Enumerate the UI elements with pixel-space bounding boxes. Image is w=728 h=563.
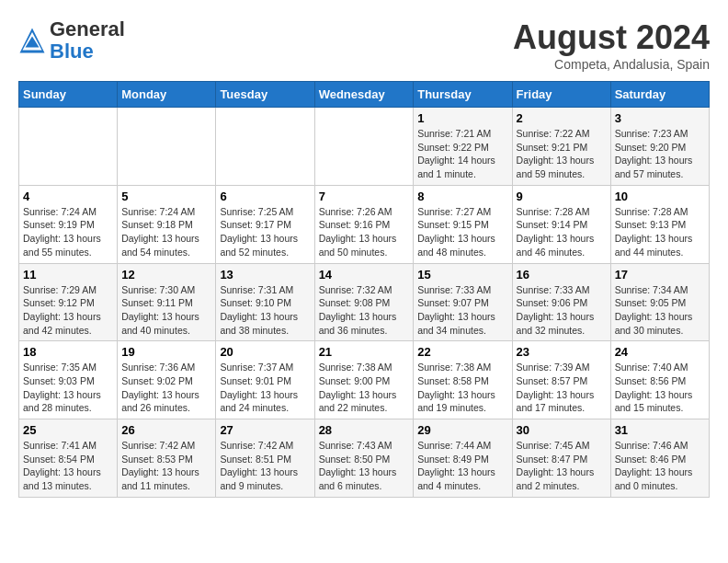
day-info: Sunrise: 7:42 AM Sunset: 8:51 PM Dayligh… — [220, 439, 310, 493]
calendar-week-row: 4Sunrise: 7:24 AM Sunset: 9:19 PM Daylig… — [19, 185, 710, 263]
day-number: 17 — [615, 268, 705, 282]
calendar-week-row: 11Sunrise: 7:29 AM Sunset: 9:12 PM Dayli… — [19, 263, 710, 341]
day-number: 4 — [23, 190, 113, 203]
day-info: Sunrise: 7:29 AM Sunset: 9:12 PM Dayligh… — [23, 283, 113, 338]
day-number: 30 — [517, 423, 607, 437]
calendar-day-12: 12Sunrise: 7:30 AM Sunset: 9:11 PM Dayli… — [118, 263, 216, 341]
calendar-day-13: 13Sunrise: 7:31 AM Sunset: 9:10 PM Dayli… — [216, 263, 314, 341]
day-info: Sunrise: 7:36 AM Sunset: 9:02 PM Dayligh… — [121, 361, 211, 415]
day-info: Sunrise: 7:38 AM Sunset: 8:58 PM Dayligh… — [417, 361, 507, 415]
day-info: Sunrise: 7:33 AM Sunset: 9:07 PM Dayligh… — [417, 283, 507, 338]
day-info: Sunrise: 7:21 AM Sunset: 9:22 PM Dayligh… — [417, 127, 507, 181]
day-number: 31 — [615, 423, 705, 437]
day-info: Sunrise: 7:24 AM Sunset: 9:18 PM Dayligh… — [121, 205, 211, 259]
calendar-day-23: 23Sunrise: 7:39 AM Sunset: 8:57 PM Dayli… — [512, 341, 610, 419]
day-info: Sunrise: 7:33 AM Sunset: 9:06 PM Dayligh… — [517, 283, 607, 338]
day-number: 29 — [417, 423, 507, 437]
calendar-day-1: 1Sunrise: 7:21 AM Sunset: 9:22 PM Daylig… — [414, 108, 512, 186]
calendar-body: 1Sunrise: 7:21 AM Sunset: 9:22 PM Daylig… — [19, 108, 710, 498]
weekday-header-thursday: Thursday — [414, 82, 512, 108]
weekday-header-tuesday: Tuesday — [216, 82, 314, 108]
day-number: 27 — [220, 423, 310, 437]
calendar-day-4: 4Sunrise: 7:24 AM Sunset: 9:19 PM Daylig… — [19, 185, 118, 263]
day-info: Sunrise: 7:43 AM Sunset: 8:50 PM Dayligh… — [319, 439, 410, 493]
day-number: 18 — [23, 345, 113, 359]
day-info: Sunrise: 7:40 AM Sunset: 8:56 PM Dayligh… — [615, 361, 705, 415]
calendar-day-10: 10Sunrise: 7:28 AM Sunset: 9:13 PM Dayli… — [610, 185, 709, 263]
day-number: 15 — [417, 268, 507, 282]
calendar-day-18: 18Sunrise: 7:35 AM Sunset: 9:03 PM Dayli… — [19, 341, 118, 419]
day-info: Sunrise: 7:22 AM Sunset: 9:21 PM Dayligh… — [517, 127, 607, 181]
calendar-day-3: 3Sunrise: 7:23 AM Sunset: 9:20 PM Daylig… — [610, 108, 709, 186]
title-block: August 2024 Competa, Andalusia, Spain — [513, 18, 710, 72]
calendar-day-9: 9Sunrise: 7:28 AM Sunset: 9:14 PM Daylig… — [512, 185, 610, 263]
logo: General Blue — [18, 18, 125, 63]
calendar-empty — [216, 108, 314, 186]
day-info: Sunrise: 7:32 AM Sunset: 9:08 PM Dayligh… — [319, 283, 410, 338]
day-number: 3 — [615, 111, 705, 125]
day-number: 16 — [517, 268, 607, 282]
day-info: Sunrise: 7:24 AM Sunset: 9:19 PM Dayligh… — [23, 205, 113, 259]
day-number: 11 — [23, 268, 113, 282]
calendar-day-2: 2Sunrise: 7:22 AM Sunset: 9:21 PM Daylig… — [512, 108, 610, 186]
calendar-week-row: 1Sunrise: 7:21 AM Sunset: 9:22 PM Daylig… — [19, 108, 710, 186]
day-number: 13 — [220, 268, 310, 282]
day-info: Sunrise: 7:42 AM Sunset: 8:53 PM Dayligh… — [121, 439, 211, 493]
calendar-day-24: 24Sunrise: 7:40 AM Sunset: 8:56 PM Dayli… — [610, 341, 709, 419]
calendar-day-20: 20Sunrise: 7:37 AM Sunset: 9:01 PM Dayli… — [216, 341, 314, 419]
calendar-day-17: 17Sunrise: 7:34 AM Sunset: 9:05 PM Dayli… — [610, 263, 709, 341]
weekday-header-sunday: Sunday — [19, 82, 118, 108]
calendar-week-row: 18Sunrise: 7:35 AM Sunset: 9:03 PM Dayli… — [19, 341, 710, 419]
calendar-day-14: 14Sunrise: 7:32 AM Sunset: 9:08 PM Dayli… — [314, 263, 414, 341]
calendar-day-21: 21Sunrise: 7:38 AM Sunset: 9:00 PM Dayli… — [314, 341, 414, 419]
day-number: 24 — [615, 345, 705, 359]
calendar-day-8: 8Sunrise: 7:27 AM Sunset: 9:15 PM Daylig… — [414, 185, 512, 263]
weekday-header-row: SundayMondayTuesdayWednesdayThursdayFrid… — [19, 82, 710, 108]
calendar-day-28: 28Sunrise: 7:43 AM Sunset: 8:50 PM Dayli… — [314, 419, 414, 498]
weekday-header-friday: Friday — [512, 82, 610, 108]
calendar-empty — [19, 108, 118, 186]
day-info: Sunrise: 7:28 AM Sunset: 9:14 PM Dayligh… — [517, 205, 607, 259]
logo-general-text: General — [50, 17, 125, 40]
month-year-title: August 2024 — [513, 18, 710, 57]
calendar-empty — [118, 108, 216, 186]
calendar-week-row: 25Sunrise: 7:41 AM Sunset: 8:54 PM Dayli… — [19, 419, 710, 498]
day-number: 12 — [121, 268, 211, 282]
calendar-day-6: 6Sunrise: 7:25 AM Sunset: 9:17 PM Daylig… — [216, 185, 314, 263]
day-info: Sunrise: 7:46 AM Sunset: 8:46 PM Dayligh… — [615, 439, 705, 493]
day-info: Sunrise: 7:35 AM Sunset: 9:03 PM Dayligh… — [23, 361, 113, 415]
calendar-day-19: 19Sunrise: 7:36 AM Sunset: 9:02 PM Dayli… — [118, 341, 216, 419]
day-number: 7 — [319, 190, 410, 203]
calendar-empty — [314, 108, 414, 186]
calendar-day-15: 15Sunrise: 7:33 AM Sunset: 9:07 PM Dayli… — [414, 263, 512, 341]
calendar-day-25: 25Sunrise: 7:41 AM Sunset: 8:54 PM Dayli… — [19, 419, 118, 498]
day-number: 10 — [615, 190, 705, 203]
day-info: Sunrise: 7:45 AM Sunset: 8:47 PM Dayligh… — [517, 439, 607, 493]
day-number: 20 — [220, 345, 310, 359]
day-number: 19 — [121, 345, 211, 359]
weekday-header-saturday: Saturday — [610, 82, 709, 108]
calendar-day-30: 30Sunrise: 7:45 AM Sunset: 8:47 PM Dayli… — [512, 419, 610, 498]
day-info: Sunrise: 7:26 AM Sunset: 9:16 PM Dayligh… — [319, 205, 410, 259]
weekday-header-wednesday: Wednesday — [314, 82, 414, 108]
day-number: 22 — [417, 345, 507, 359]
day-info: Sunrise: 7:28 AM Sunset: 9:13 PM Dayligh… — [615, 205, 705, 259]
calendar-day-16: 16Sunrise: 7:33 AM Sunset: 9:06 PM Dayli… — [512, 263, 610, 341]
day-info: Sunrise: 7:23 AM Sunset: 9:20 PM Dayligh… — [615, 127, 705, 181]
day-number: 6 — [220, 190, 310, 203]
day-info: Sunrise: 7:30 AM Sunset: 9:11 PM Dayligh… — [121, 283, 211, 338]
day-info: Sunrise: 7:44 AM Sunset: 8:49 PM Dayligh… — [417, 439, 507, 493]
calendar-day-26: 26Sunrise: 7:42 AM Sunset: 8:53 PM Dayli… — [118, 419, 216, 498]
day-number: 8 — [417, 190, 507, 203]
day-number: 14 — [319, 268, 410, 282]
page-header: General Blue August 2024 Competa, Andalu… — [18, 18, 710, 72]
calendar-table: SundayMondayTuesdayWednesdayThursdayFrid… — [18, 81, 710, 498]
calendar-day-22: 22Sunrise: 7:38 AM Sunset: 8:58 PM Dayli… — [414, 341, 512, 419]
day-number: 1 — [417, 111, 507, 125]
location-subtitle: Competa, Andalusia, Spain — [513, 57, 710, 72]
calendar-day-11: 11Sunrise: 7:29 AM Sunset: 9:12 PM Dayli… — [19, 263, 118, 341]
calendar-day-7: 7Sunrise: 7:26 AM Sunset: 9:16 PM Daylig… — [314, 185, 414, 263]
day-info: Sunrise: 7:31 AM Sunset: 9:10 PM Dayligh… — [220, 283, 310, 338]
day-info: Sunrise: 7:38 AM Sunset: 9:00 PM Dayligh… — [319, 361, 410, 415]
logo-blue-text: Blue — [50, 40, 94, 63]
